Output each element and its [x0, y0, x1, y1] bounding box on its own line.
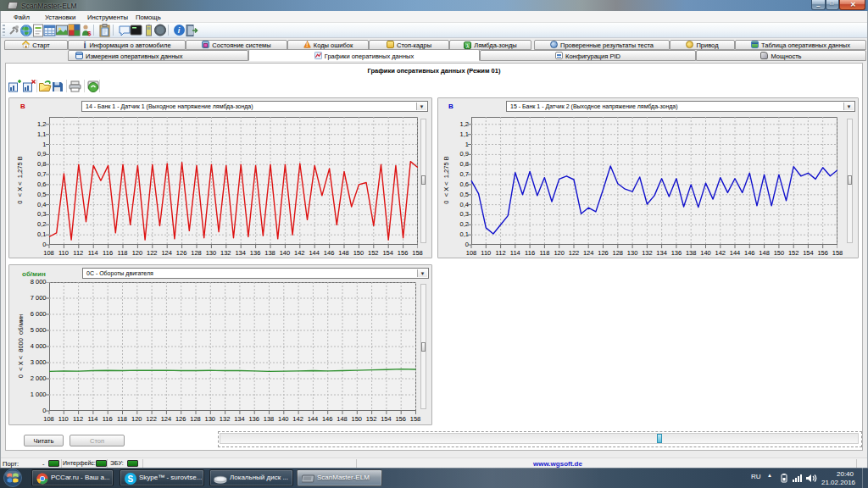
svg-text:!: !	[306, 42, 308, 47]
svg-text:S: S	[128, 474, 134, 484]
svg-text:$: $	[87, 30, 92, 37]
